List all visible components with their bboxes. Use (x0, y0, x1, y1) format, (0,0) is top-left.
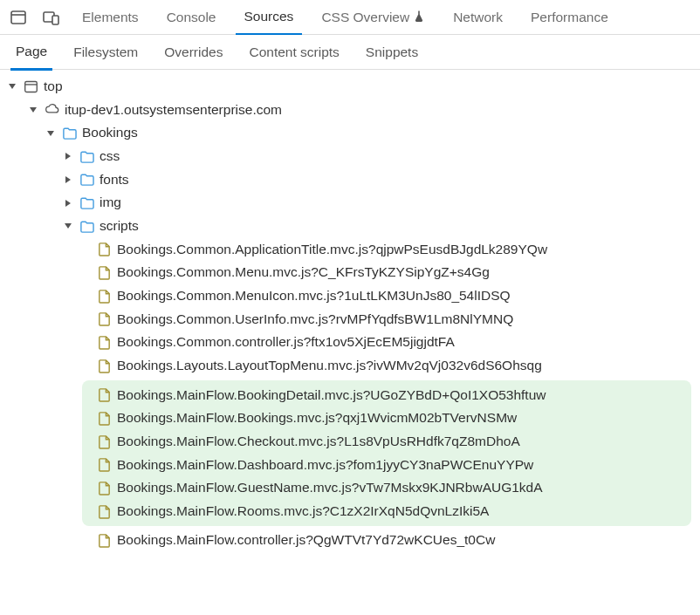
tree-file[interactable]: Bookings.MainFlow.Checkout.mvc.js?L1s8Vp… (82, 430, 691, 454)
tab-performance[interactable]: Performance (522, 1, 617, 34)
tree-file[interactable]: Bookings.MainFlow.GuestName.mvc.js?vTw7M… (82, 476, 691, 500)
tree-label: Bookings.MainFlow.Checkout.mvc.js?L1s8Vp… (117, 430, 520, 454)
tree-file[interactable]: Bookings.Common.controller.js?ftx1ov5XjE… (7, 331, 700, 354)
main-tabbar: Elements Console Sources CSS Overview Ne… (0, 0, 700, 35)
tree-label: Bookings.MainFlow.controller.js?QgWTVt7Y… (117, 529, 495, 552)
subtab-snippets[interactable]: Snippets (360, 36, 423, 69)
subtab-page[interactable]: Page (10, 35, 52, 71)
tree-file[interactable]: Bookings.Common.Menu.mvc.js?C_KFrsTyKZYS… (7, 261, 700, 284)
file-icon (96, 503, 112, 519)
file-icon (96, 411, 112, 427)
tree-node-domain[interactable]: itup-dev1.outsystemsenterprise.com (7, 99, 700, 122)
chevron-down-icon (63, 221, 73, 231)
tree-label: Bookings.MainFlow.Dashboard.mvc.js?fom1j… (117, 454, 533, 477)
tab-elements[interactable]: Elements (73, 1, 148, 34)
folder-icon (79, 172, 94, 188)
tree-label: Bookings.MainFlow.BookingDetail.mvc.js?U… (117, 384, 546, 407)
tree-file[interactable]: Bookings.MainFlow.Dashboard.mvc.js?fom1j… (82, 454, 691, 477)
inspect-icon[interactable] (7, 6, 30, 29)
file-icon (96, 533, 112, 549)
file-icon (96, 242, 112, 257)
file-icon (96, 265, 112, 281)
file-icon (96, 335, 112, 351)
tree-label: Bookings.Common.ApplicationTitle.mvc.js?… (117, 238, 547, 262)
tab-network[interactable]: Network (444, 1, 511, 34)
flask-icon (413, 10, 425, 25)
subtab-content-scripts[interactable]: Content scripts (244, 36, 344, 69)
tab-console[interactable]: Console (158, 1, 225, 34)
subtab-filesystem[interactable]: Filesystem (68, 36, 143, 69)
file-icon (96, 434, 112, 449)
tree-label: top (44, 75, 63, 99)
tree-label: scripts (100, 215, 139, 238)
tree-label: Bookings.MainFlow.Rooms.mvc.js?C1zX2IrXq… (117, 500, 489, 523)
tree-label: Bookings.Common.Menu.mvc.js?C_KFrsTyKZYS… (117, 261, 490, 284)
folder-icon (79, 195, 94, 211)
tree-file[interactable]: Bookings.MainFlow.controller.js?QgWTVt7Y… (7, 529, 700, 552)
chevron-down-icon (45, 128, 56, 139)
chevron-down-icon (28, 105, 38, 115)
file-icon (96, 311, 112, 327)
folder-icon (79, 218, 94, 234)
tree-file[interactable]: Bookings.MainFlow.BookingDetail.mvc.js?U… (82, 384, 691, 407)
tree-file[interactable]: Bookings.Common.UserInfo.mvc.js?rvMPfYqd… (7, 308, 700, 331)
tree-node-folder-img[interactable]: img (7, 191, 700, 215)
tree-file[interactable]: Bookings.Common.MenuIcon.mvc.js?1uLtLKM3… (7, 284, 700, 308)
tree-node-app-folder[interactable]: Bookings (7, 121, 700, 145)
subtab-overrides[interactable]: Overrides (159, 36, 228, 69)
device-toolbar-icon[interactable] (40, 6, 63, 29)
tree-label: css (100, 145, 120, 168)
highlighted-files-group: Bookings.MainFlow.BookingDetail.mvc.js?U… (82, 380, 691, 527)
tree-label: Bookings.Common.MenuIcon.mvc.js?1uLtLKM3… (117, 284, 511, 308)
tree-file[interactable]: Bookings.MainFlow.Bookings.mvc.js?qxj1Wv… (82, 407, 691, 430)
chevron-right-icon (63, 174, 73, 185)
tree-label: Bookings.Layouts.LayoutTopMenu.mvc.js?iv… (117, 354, 542, 378)
tree-label: Bookings.Common.UserInfo.mvc.js?rvMPfYqd… (117, 308, 513, 331)
window-icon (23, 79, 38, 94)
tree-label: Bookings.MainFlow.GuestName.mvc.js?vTw7M… (117, 476, 543, 500)
tree-node-top[interactable]: top (7, 75, 700, 99)
chevron-right-icon (63, 198, 73, 208)
tree-label: img (100, 191, 121, 215)
file-icon (96, 457, 112, 473)
file-icon (96, 387, 112, 403)
tab-sources[interactable]: Sources (236, 0, 303, 35)
tree-file[interactable]: Bookings.Common.ApplicationTitle.mvc.js?… (7, 238, 700, 262)
folder-icon (61, 126, 77, 141)
tree-label: fonts (100, 168, 129, 192)
chevron-down-icon (7, 81, 17, 92)
tree-label: Bookings.Common.controller.js?ftx1ov5XjE… (117, 331, 455, 354)
file-icon (96, 480, 112, 495)
chevron-right-icon (63, 151, 73, 161)
tree-node-folder-css[interactable]: css (7, 145, 700, 168)
sources-sidebar-tabs: Page Filesystem Overrides Content script… (0, 35, 700, 70)
file-icon (96, 288, 112, 304)
tree-label: itup-dev1.outsystemsenterprise.com (65, 99, 282, 122)
cloud-icon (44, 102, 59, 118)
tree-label: Bookings (82, 121, 138, 145)
tree-file[interactable]: Bookings.MainFlow.Rooms.mvc.js?C1zX2IrXq… (82, 500, 691, 523)
tree-file[interactable]: Bookings.Layouts.LayoutTopMenu.mvc.js?iv… (7, 354, 700, 378)
folder-icon (79, 148, 94, 164)
file-icon (96, 358, 112, 373)
tree-node-folder-fonts[interactable]: fonts (7, 168, 700, 192)
tree-node-folder-scripts[interactable]: scripts (7, 215, 700, 238)
tree-label: Bookings.MainFlow.Bookings.mvc.js?qxj1Wv… (117, 407, 517, 430)
page-file-tree: top itup-dev1.outsystemsenterprise.com B… (0, 70, 700, 552)
tab-label: CSS Overview (321, 10, 409, 25)
tab-css-overview[interactable]: CSS Overview (312, 1, 434, 34)
